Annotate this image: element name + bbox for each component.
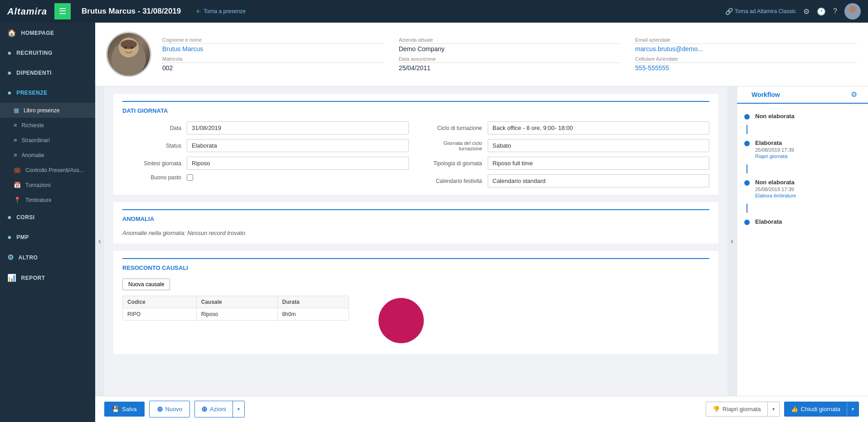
input-calendario[interactable] (488, 174, 710, 187)
new-button[interactable]: ⊕ Nuovo (149, 401, 190, 417)
col-codice: Codice (123, 296, 197, 308)
input-ciclo[interactable] (488, 121, 710, 134)
richieste-icon: ≡ (14, 122, 17, 129)
col-durata: Durata (277, 296, 349, 308)
riapri-group: 👎 Riapri giornata ▾ (706, 402, 780, 417)
dati-giornata-title: DATI GIORNATA (122, 107, 709, 114)
label-calendario: Calendario festività (423, 178, 482, 184)
back-link[interactable]: Torna a presenze (195, 8, 246, 14)
workflow-tab: Workflow ⚙ (737, 86, 868, 104)
bottom-bar: 💾 Salva ⊕ Nuovo ⊕ Azioni ▾ 👎 Riapri gior… (95, 396, 868, 422)
page-content: DATI GIORNATA Data Status (104, 86, 727, 396)
prev-arrow[interactable]: ‹ (95, 86, 104, 396)
field-email: Email aziendale marcus.brutus@demo... (635, 37, 857, 53)
wf-date-2: 25/08/2019 17:39 (755, 187, 796, 192)
cellulare-link[interactable]: 555-555555 (635, 64, 857, 72)
sidebar-item-recruiting[interactable]: ● Recruiting (0, 43, 95, 63)
page-title: Brutus Marcus - 31/08/2019 (82, 7, 181, 16)
svg-point-6 (131, 46, 133, 49)
wf-action-1[interactable]: Riapri giornata (755, 153, 794, 159)
main-layout: 🏠 Homepage ● Recruiting ● Dipendenti ● P… (0, 23, 868, 422)
anomalia-message: Anomalie nella giornata: Nessun record t… (122, 230, 709, 236)
settings-icon[interactable]: ⚙ (803, 7, 810, 16)
azioni-group: ⊕ Azioni ▾ (194, 401, 244, 417)
sidebar-item-pmp[interactable]: ● PMP (0, 227, 95, 247)
sidebar-item-turnazioni[interactable]: 📅 Turnazioni (0, 177, 95, 192)
clock-icon[interactable]: 🕐 (817, 7, 826, 16)
turnazioni-icon: 📅 (14, 182, 21, 188)
sidebar-item-timbrature[interactable]: 📍 Timbrature (0, 192, 95, 207)
sidebar-item-presenze[interactable]: ● Presenze (0, 83, 95, 103)
chiudi-button[interactable]: 👍 Chiudi giornata (785, 402, 847, 416)
anomalia-card: ANOMALIA Anomalie nella giornata: Nessun… (113, 202, 718, 244)
label-data: Data (122, 125, 181, 131)
riapri-button[interactable]: 👎 Riapri giornata (706, 402, 767, 416)
field-matricola: Matricola 002 (162, 56, 384, 72)
workflow-item-2: Non elaborata 25/08/2019 17:39 Elabora t… (744, 175, 861, 202)
wf-action-2[interactable]: Elabora timbrature (755, 193, 796, 198)
chiudi-arrow[interactable]: ▾ (847, 402, 858, 416)
input-sintesi[interactable] (187, 157, 409, 170)
cognome-link[interactable]: Brutus Marcus (162, 45, 384, 53)
azioni-button[interactable]: ⊕ Azioni (195, 401, 232, 417)
plus-icon-azioni: ⊕ (201, 405, 207, 413)
field-azienda: Azienda attuale Demo Company (399, 37, 621, 53)
field-cognome: Cognome e nome Brutus Marcus (162, 37, 384, 53)
riapri-arrow[interactable]: ▾ (767, 402, 779, 416)
sidebar-item-anomalie[interactable]: ≡ Anomalie (0, 148, 95, 163)
wf-status-1: Elaborata (755, 139, 794, 146)
resoconto-table: Codice Causale Durata RIPO Riposo 8h0m (122, 296, 349, 321)
table-row: RIPO Riposo 8h0m (123, 308, 349, 321)
wf-status-2: Non elaborata (755, 179, 796, 186)
label-giornata-ciclo: Giornata del ciclo turnazione (423, 140, 482, 151)
email-link[interactable]: marcus.brutus@demo... (635, 45, 857, 53)
input-giornata-ciclo[interactable] (488, 139, 710, 152)
save-button[interactable]: 💾 Salva (104, 402, 145, 417)
svg-point-5 (124, 46, 127, 49)
matricola-value: 002 (162, 64, 384, 72)
next-arrow[interactable]: › (727, 86, 737, 396)
help-icon[interactable]: ? (833, 7, 837, 15)
logo: Altamira (7, 6, 47, 17)
menu-button[interactable]: ☰ (54, 3, 71, 19)
row-status: Status (122, 139, 409, 152)
input-data[interactable] (187, 121, 409, 134)
azioni-arrow[interactable]: ▾ (233, 401, 244, 417)
input-tipologia[interactable] (488, 157, 710, 170)
new-causale-button[interactable]: Nuova causale (122, 278, 170, 290)
svg-point-1 (847, 13, 858, 19)
svg-point-7 (378, 298, 424, 343)
timbrature-icon: 📍 (14, 197, 21, 203)
sidebar-item-controllo[interactable]: 💼 Controllo Presenti/Ass... (0, 163, 95, 177)
middle-section: ‹ DATI GIORNATA Data (95, 86, 868, 396)
sidebar-item-dipendenti[interactable]: ● Dipendenti (0, 63, 95, 83)
libro-icon: ▦ (14, 107, 19, 114)
controllo-icon: 💼 (14, 167, 21, 173)
workflow-gear-icon[interactable]: ⚙ (847, 86, 861, 103)
row-ciclo: Ciclo di turnazione (423, 121, 710, 134)
azienda-value: Demo Company (399, 45, 621, 53)
classic-link[interactable]: 🔗 Torna ad Altamira Classic (725, 8, 796, 15)
workflow-dot-2 (744, 180, 750, 186)
sidebar-item-straordinari[interactable]: ≡ Straordinari (0, 133, 95, 148)
sidebar-item-corsi[interactable]: ● Corsi (0, 207, 95, 227)
input-status[interactable] (187, 139, 409, 152)
sidebar-item-richieste[interactable]: ≡ Richieste (0, 118, 95, 133)
workflow-content-3: Elaborata (755, 218, 782, 225)
anomalia-title: ANOMALIA (122, 216, 709, 222)
profile-avatar (106, 32, 151, 77)
sidebar-item-altro[interactable]: ⚙ Altro (0, 247, 95, 268)
workflow-content-1: Elaborata 25/08/2019 17:39 Riapri giorna… (755, 139, 794, 159)
form-right: Ciclo di turnazione Giornata del ciclo t… (423, 121, 710, 187)
cell-codice: RIPO (123, 308, 197, 321)
checkbox-buono[interactable] (187, 174, 193, 181)
sidebar-item-homepage[interactable]: 🏠 Homepage (0, 23, 95, 43)
avatar[interactable] (844, 3, 861, 19)
cell-causale: Riposo (196, 308, 277, 321)
row-sintesi: Sintesi giornata (122, 157, 409, 170)
anomalie-icon: ≡ (14, 152, 17, 158)
sidebar-item-report[interactable]: 📊 Report (0, 268, 95, 288)
straordinari-icon: ≡ (14, 137, 17, 144)
sidebar-item-libro-presenze[interactable]: ▦ Libro presenze (0, 103, 95, 118)
resoconto-card: RESOCONTO CAUSALI Nuova causale Codice C… (113, 251, 718, 354)
